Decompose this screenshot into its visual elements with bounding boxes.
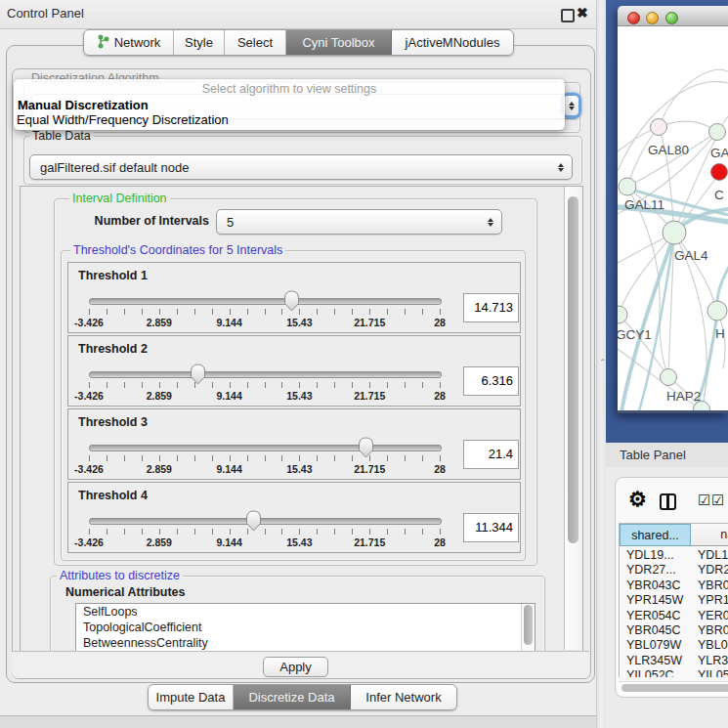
table-row[interactable]: YLR345W YLR34 — [620, 654, 728, 668]
table-cell[interactable]: YBR04 — [698, 578, 728, 593]
apply-button[interactable]: Apply — [263, 657, 328, 677]
network-canvas[interactable]: GAL80GACGAL11GAL4GCY1HHAP2 — [618, 26, 728, 410]
table-row[interactable]: YBR045C YBR04 — [620, 623, 728, 638]
table-cell[interactable]: YBL079W — [626, 638, 691, 653]
table-cell[interactable]: YER05 — [698, 609, 728, 623]
slider-tick — [405, 529, 406, 535]
attribute-list-item[interactable]: BetweennessCentrality — [76, 635, 535, 651]
network-node-gal80[interactable] — [651, 119, 667, 136]
table-horizontal-scrollbar[interactable] — [619, 681, 728, 695]
slider-tick — [387, 529, 388, 535]
select-columns-icon[interactable]: ☑☑ — [698, 492, 725, 508]
threshold-slider-thumb[interactable] — [283, 290, 300, 312]
threshold-slider-thumb[interactable] — [190, 364, 206, 385]
dropdown-item-equal-width-frequency[interactable]: Equal Width/Frequency Discretization — [17, 112, 560, 127]
network-node-label: GAL4 — [674, 248, 708, 263]
tab-discretize-data[interactable]: Discretize Data — [234, 685, 351, 709]
slider-tick — [107, 382, 107, 388]
table-cell[interactable]: YBL07 — [698, 638, 728, 653]
attribute-list-item[interactable]: TopologicalCoefficient — [76, 620, 535, 635]
table-row[interactable]: YBL079W YBL07 — [620, 638, 728, 653]
network-node-hap2[interactable] — [661, 369, 677, 386]
table-cell[interactable]: YDR27... — [626, 563, 691, 578]
threshold-slider-track[interactable] — [89, 445, 442, 451]
network-node-gcy1[interactable] — [618, 306, 627, 323]
table-cell[interactable]: YDL19... — [626, 548, 691, 563]
dropdown-item-manual-discretization[interactable]: Manual Discretization — [18, 98, 561, 112]
tab-jactivemnodules[interactable]: jActiveMNodules — [392, 30, 513, 55]
table-data-combobox[interactable]: galFiltered.sif default node — [29, 154, 573, 180]
slider-tick — [281, 529, 282, 535]
table-row[interactable]: YIL052C YIL05 — [620, 668, 728, 677]
threshold-slider-thumb[interactable] — [245, 510, 262, 532]
table-cell[interactable]: YBR04 — [698, 623, 728, 638]
network-node-ga[interactable] — [709, 124, 726, 141]
network-node-gal11[interactable] — [619, 178, 636, 195]
tab-style[interactable]: Style — [174, 30, 225, 55]
tab-cyni-toolbox[interactable]: Cyni Toolbox — [286, 30, 392, 55]
table-cell[interactable]: YIL052C — [626, 668, 691, 677]
close-traffic-light-icon[interactable] — [627, 12, 640, 24]
tab-network[interactable]: Network — [84, 30, 174, 55]
attribute-list-item[interactable]: SelfLoops — [76, 604, 535, 620]
threshold-slider-thumb[interactable] — [358, 437, 374, 458]
table-row[interactable]: YBR043C YBR04 — [620, 578, 728, 593]
table-cell[interactable]: YBR043C — [626, 578, 691, 593]
column-header-name[interactable]: name — [691, 524, 728, 546]
table-cell[interactable]: YLR34 — [698, 654, 728, 668]
network-node-gal4[interactable] — [663, 221, 686, 244]
table-row[interactable]: YDR27... YDR27 — [620, 563, 728, 578]
table-cell[interactable]: YPR145W — [626, 593, 691, 608]
close-icon[interactable]: ✖ — [577, 5, 588, 21]
slider-tick — [317, 529, 318, 535]
table-cell[interactable]: YER054C — [626, 609, 691, 623]
tab-infer-network[interactable]: Infer Network — [351, 685, 456, 709]
threshold-label: Threshold 3 — [78, 415, 148, 429]
table-cell[interactable]: YBR045C — [626, 623, 691, 638]
minimize-traffic-light-icon[interactable] — [646, 12, 659, 24]
network-node-c[interactable] — [711, 164, 728, 181]
zoom-traffic-light-icon[interactable] — [665, 12, 678, 24]
tab-select[interactable]: Select — [225, 30, 286, 55]
table-cell[interactable]: YIL05 — [698, 668, 728, 677]
slider-tick — [387, 382, 388, 388]
slider-tick-label: 15.43 — [275, 463, 323, 475]
network-icon — [97, 34, 109, 52]
table-row[interactable]: YPR145W YPR14 — [620, 593, 728, 608]
scrollbar-thumb[interactable] — [621, 684, 728, 692]
threshold-value-field[interactable] — [463, 293, 519, 322]
table-cell[interactable]: YDR27 — [698, 563, 728, 578]
slider-tick — [89, 309, 90, 315]
threshold-slider-track[interactable] — [89, 518, 442, 525]
threshold-slider-track[interactable] — [89, 371, 442, 378]
slider-tick — [334, 455, 335, 461]
threshold-slider-track[interactable] — [89, 298, 442, 305]
slider-tick — [299, 382, 300, 388]
threshold-value-field[interactable] — [463, 513, 519, 542]
network-window-titlebar — [618, 6, 728, 26]
slider-tick — [405, 382, 406, 388]
gear-icon[interactable]: ⚙ — [628, 489, 647, 509]
columns-icon[interactable] — [660, 493, 676, 510]
table-row[interactable]: YDL19... YDL19 — [620, 548, 728, 563]
column-header-shared-name[interactable]: shared... — [620, 524, 691, 546]
network-node-label: GAL80 — [648, 143, 689, 157]
scrollbar-thumb[interactable] — [524, 605, 533, 645]
slider-tick — [159, 455, 160, 461]
threshold-value-field[interactable] — [463, 366, 519, 396]
table-cell[interactable]: YPR14 — [698, 593, 728, 608]
table-row[interactable]: YER054C YER05 — [620, 609, 728, 623]
table-cell[interactable]: YLR345W — [626, 654, 691, 668]
scrollbar-thumb[interactable] — [568, 196, 578, 543]
network-node-h[interactable] — [707, 301, 727, 321]
settings-vertical-scrollbar[interactable] — [564, 187, 582, 650]
threshold-value-field[interactable] — [463, 440, 519, 469]
interval-definition-group-title: Interval Definition — [69, 192, 170, 206]
number-of-intervals-combobox[interactable]: 5 — [216, 209, 502, 235]
slider-tick — [281, 455, 282, 461]
table-cell[interactable]: YDL19 — [698, 548, 728, 563]
float-window-icon[interactable] — [561, 9, 575, 22]
tab-label: Cyni Toolbox — [302, 35, 374, 50]
attributes-list-scrollbar[interactable] — [521, 604, 535, 653]
tab-impute-data[interactable]: Impute Data — [149, 685, 234, 709]
